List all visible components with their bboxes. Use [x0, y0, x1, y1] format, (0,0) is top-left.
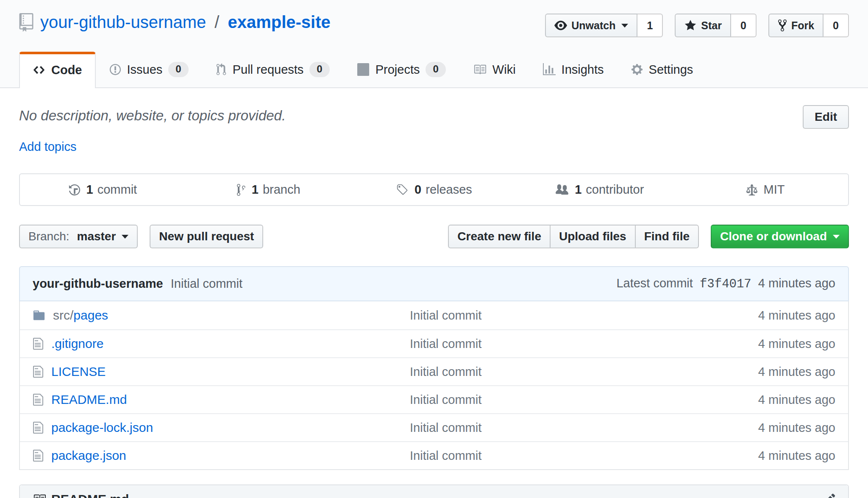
branch-selector-button[interactable]: Branch: master	[19, 225, 138, 248]
repo-description: No description, website, or topics provi…	[19, 105, 286, 124]
file-link[interactable]: LICENSE	[51, 364, 106, 378]
unwatch-button[interactable]: Unwatch	[545, 14, 637, 37]
file-age: 4 minutes ago	[696, 421, 835, 435]
file-icon	[33, 365, 44, 378]
eye-icon	[554, 19, 567, 32]
file-list: src/pages Initial commit 4 minutes ago .…	[19, 301, 849, 470]
commit-message-link[interactable]: Initial commit	[410, 365, 481, 378]
file-icon	[33, 337, 44, 351]
wiki-book-icon	[473, 63, 487, 76]
file-icon	[33, 421, 44, 434]
repo-owner-link[interactable]: your-github-username	[40, 13, 206, 32]
repo-name-link[interactable]: example-site	[228, 13, 330, 32]
table-row: README.md Initial commit 4 minutes ago	[20, 385, 848, 413]
file-icon	[33, 393, 44, 406]
tab-pull-requests[interactable]: Pull requests 0	[202, 52, 343, 87]
commit-message-link[interactable]: Initial commit	[410, 337, 481, 351]
table-row: package.json Initial commit 4 minutes ag…	[20, 441, 848, 469]
file-icon	[33, 449, 44, 462]
table-row: .gitignore Initial commit 4 minutes ago	[20, 329, 848, 357]
tab-insights[interactable]: Insights	[529, 52, 618, 87]
pull-requests-count-badge: 0	[309, 62, 329, 77]
stat-license[interactable]: MIT	[682, 183, 848, 197]
file-path-prefix[interactable]: src/	[53, 308, 73, 322]
tab-code[interactable]: Code	[19, 52, 96, 88]
folder-icon	[33, 309, 45, 322]
upload-files-button[interactable]: Upload files	[551, 225, 636, 248]
table-row: src/pages Initial commit 4 minutes ago	[20, 301, 848, 329]
tab-settings[interactable]: Settings	[618, 52, 707, 87]
file-link[interactable]: pages	[73, 308, 108, 322]
file-link[interactable]: package.json	[51, 448, 126, 462]
file-link[interactable]: README.md	[51, 392, 127, 406]
commit-sha-link[interactable]: f3f4017	[700, 277, 751, 291]
file-age: 4 minutes ago	[696, 393, 835, 407]
latest-commit-bar: your-github-username Initial commit Late…	[19, 266, 849, 301]
edit-description-button[interactable]: Edit	[803, 105, 849, 129]
fork-button[interactable]: Fork	[768, 14, 823, 37]
file-age: 4 minutes ago	[696, 449, 835, 463]
add-topics-link[interactable]: Add topics	[19, 140, 76, 154]
issues-count-badge: 0	[168, 62, 188, 77]
commit-message-link[interactable]: Initial commit	[410, 393, 481, 406]
law-icon	[746, 184, 758, 196]
edit-readme-pencil-icon[interactable]	[823, 492, 835, 498]
clone-or-download-button[interactable]: Clone or download	[711, 225, 849, 248]
file-age: 4 minutes ago	[696, 337, 835, 351]
repo-icon	[19, 13, 33, 32]
tag-icon	[396, 184, 409, 196]
projects-count-badge: 0	[426, 62, 445, 77]
file-link[interactable]: package-lock.json	[51, 420, 153, 434]
fork-icon	[778, 19, 787, 32]
stat-releases[interactable]: 0 releases	[351, 183, 517, 197]
readme-title: README.md	[51, 492, 129, 498]
breadcrumb-separator: /	[213, 13, 221, 32]
stargazers-count[interactable]: 0	[731, 14, 757, 37]
stat-commits[interactable]: 1 commit	[20, 183, 186, 197]
watchers-count[interactable]: 1	[637, 14, 663, 37]
tab-issues[interactable]: Issues 0	[96, 52, 202, 87]
graph-icon	[543, 63, 556, 76]
people-icon	[555, 184, 569, 196]
project-icon	[357, 63, 370, 76]
table-row: LICENSE Initial commit 4 minutes ago	[20, 357, 848, 385]
code-icon	[33, 64, 45, 76]
file-link[interactable]: .gitignore	[51, 337, 103, 351]
table-row: package-lock.json Initial commit 4 minut…	[20, 413, 848, 441]
commit-message-link[interactable]: Initial commit	[410, 309, 481, 322]
commit-author-link[interactable]: your-github-username	[33, 277, 163, 290]
chevron-down-icon	[833, 235, 840, 239]
file-age: 4 minutes ago	[696, 365, 835, 379]
tab-projects[interactable]: Projects 0	[343, 52, 459, 87]
repo-stats-bar: 1 commit 1 branch 0 releases 1 contribut…	[19, 173, 849, 206]
repo-header: your-github-username / example-site Unwa…	[0, 0, 868, 88]
issue-icon	[109, 63, 121, 76]
chevron-down-icon	[122, 235, 128, 239]
file-age: 4 minutes ago	[696, 309, 835, 323]
latest-commit-label: Latest commit	[616, 276, 693, 290]
chevron-down-icon	[621, 24, 628, 28]
readme-book-icon	[33, 493, 46, 498]
repo-main: No description, website, or topics provi…	[0, 105, 868, 498]
repo-tabs: Code Issues 0 Pull requests 0 Projects 0…	[19, 52, 849, 87]
star-button[interactable]: Star	[675, 14, 731, 37]
stat-contributors[interactable]: 1 contributor	[517, 183, 682, 197]
commit-time: 4 minutes ago	[758, 276, 835, 290]
new-pull-request-button[interactable]: New pull request	[150, 225, 263, 248]
commit-message-link[interactable]: Initial commit	[171, 277, 242, 290]
star-icon	[684, 19, 697, 32]
forks-count[interactable]: 0	[823, 14, 849, 37]
find-file-button[interactable]: Find file	[636, 225, 699, 248]
commit-message-link[interactable]: Initial commit	[410, 421, 481, 434]
history-icon	[69, 184, 81, 196]
repo-breadcrumb: your-github-username / example-site	[19, 13, 331, 32]
branch-icon	[236, 183, 246, 197]
create-new-file-button[interactable]: Create new file	[448, 225, 551, 248]
stat-branches[interactable]: 1 branch	[186, 183, 351, 197]
tab-wiki[interactable]: Wiki	[459, 52, 529, 87]
commit-message-link[interactable]: Initial commit	[410, 449, 481, 462]
readme-section: README.md	[19, 484, 849, 498]
pagehead-actions: Unwatch 1 Star 0 Fork 0	[545, 14, 849, 37]
file-actions-group: Create new file Upload files Find file	[448, 225, 699, 248]
pull-request-icon	[216, 63, 227, 76]
